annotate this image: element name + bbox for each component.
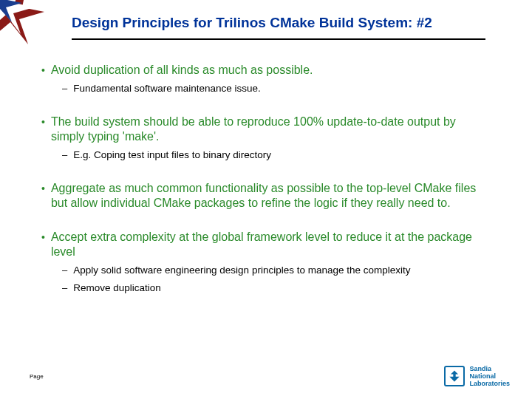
dash-icon: –: [62, 282, 67, 295]
bullet-main: • Avoid duplication of all kinds as much…: [41, 63, 489, 78]
slide: Design Principles for Trilinos CMake Bui…: [0, 0, 532, 399]
bullet-main: • Aggregate as much common functionality…: [41, 181, 489, 211]
slide-title: Design Principles for Trilinos CMake Bui…: [72, 15, 485, 31]
bullet-dot-icon: •: [41, 63, 45, 78]
logo-line: Laboratories: [469, 380, 510, 387]
logo-line: Sandia: [469, 365, 510, 372]
bullet-group: • The build system should be able to rep…: [41, 115, 489, 162]
bullet-group: • Aggregate as much common functionality…: [41, 181, 489, 211]
sub-bullet-text: E.g. Coping test input files to binary d…: [73, 149, 271, 162]
sub-bullets: – Apply solid software engineering desig…: [62, 264, 489, 295]
logo-line: National: [469, 372, 510, 380]
thunderbird-icon: [444, 366, 465, 386]
bullet-text: Aggregate as much common functionality a…: [51, 181, 489, 211]
title-block: Design Principles for Trilinos CMake Bui…: [72, 15, 485, 40]
bullet-dot-icon: •: [41, 115, 45, 129]
bullet-dot-icon: •: [41, 181, 45, 196]
title-underline: [72, 38, 485, 40]
page-label: Page: [30, 373, 44, 380]
logo-text: Sandia National Laboratories: [469, 365, 510, 387]
sub-bullets: – E.g. Coping test input files to binary…: [62, 149, 489, 162]
bullet-text: The build system should be able to repro…: [51, 115, 489, 144]
sub-bullet: – E.g. Coping test input files to binary…: [62, 149, 489, 162]
sub-bullet-text: Apply solid software engineering design …: [73, 264, 410, 277]
bullet-text: Accept extra complexity at the global fr…: [51, 230, 489, 259]
dash-icon: –: [62, 149, 67, 162]
sub-bullet: – Apply solid software engineering desig…: [62, 264, 489, 277]
corner-star-graphic: [0, 0, 59, 48]
sub-bullet-text: Remove duplication: [73, 282, 161, 295]
bullet-main: • Accept extra complexity at the global …: [41, 230, 489, 259]
dash-icon: –: [62, 82, 67, 95]
sub-bullets: – Fundamental software maintenance issue…: [62, 82, 489, 95]
sub-bullet: – Remove duplication: [62, 282, 489, 295]
sub-bullet: – Fundamental software maintenance issue…: [62, 82, 489, 95]
sandia-logo: Sandia National Laboratories: [444, 365, 510, 387]
sub-bullet-text: Fundamental software maintenance issue.: [73, 82, 261, 95]
bullet-group: • Avoid duplication of all kinds as much…: [41, 63, 489, 95]
bullet-text: Avoid duplication of all kinds as much a…: [51, 63, 313, 78]
bullet-main: • The build system should be able to rep…: [41, 115, 489, 144]
content-area: • Avoid duplication of all kinds as much…: [41, 63, 489, 314]
bullet-dot-icon: •: [41, 230, 45, 245]
bullet-group: • Accept extra complexity at the global …: [41, 230, 489, 295]
dash-icon: –: [62, 264, 67, 277]
